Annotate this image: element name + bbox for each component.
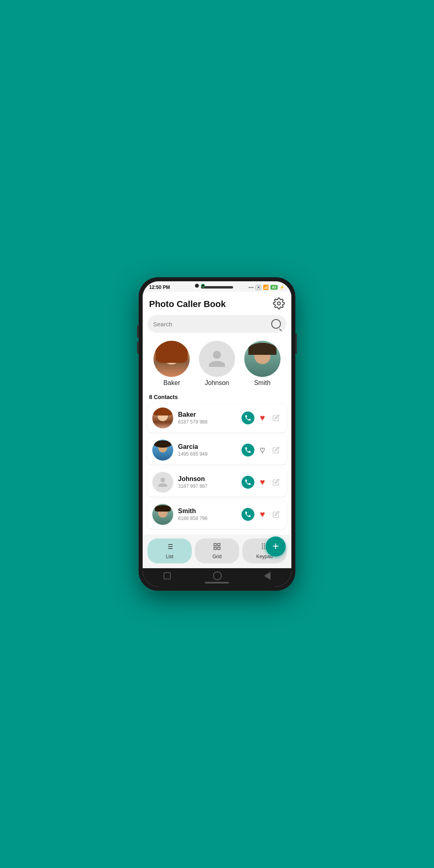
- x-icon: ✕: [256, 285, 261, 290]
- camera-right: [201, 284, 205, 288]
- plus-icon: +: [272, 540, 279, 552]
- contact-info-smith: Smith 6188 858 796: [178, 508, 242, 521]
- svg-point-0: [277, 302, 280, 305]
- home-pill: [205, 582, 229, 583]
- contact-name-johnson: Johnson: [178, 475, 242, 483]
- svg-rect-7: [214, 544, 217, 546]
- app-content: Photo Caller Book: [143, 292, 291, 568]
- featured-contacts-row: Baker Johnson Sm: [143, 338, 291, 391]
- baker-face-img: [154, 341, 190, 377]
- edit-icon-smith: [272, 511, 280, 518]
- home-bar: [143, 568, 291, 582]
- edit-button-smith[interactable]: [270, 509, 282, 520]
- tab-grid-label: Grid: [213, 554, 222, 559]
- phone-frame: 12:50 PM ••• ✕ 📶 93 ⚡ Photo Caller Book: [139, 277, 295, 591]
- favorite-button-baker[interactable]: ♥: [257, 412, 268, 424]
- battery-icon: 93: [270, 285, 278, 290]
- settings-button[interactable]: [273, 297, 285, 311]
- favorite-button-johnson[interactable]: ♥: [257, 477, 268, 488]
- edit-icon-baker: [272, 414, 280, 422]
- contact-item-baker: Baker 6187 579 988 ♥: [147, 403, 287, 432]
- featured-name-baker: Baker: [163, 379, 180, 387]
- contact-actions-garcia: ♥: [242, 444, 282, 457]
- contact-actions-baker: ♥: [242, 411, 282, 424]
- default-person-icon: [207, 349, 227, 369]
- svg-point-17: [262, 547, 263, 548]
- list-icon: [166, 542, 174, 553]
- contact-phone-baker: 6187 579 988: [178, 419, 242, 425]
- back-button[interactable]: [264, 572, 270, 580]
- edit-icon-garcia: [272, 446, 280, 454]
- search-icon: [271, 319, 281, 329]
- contact-name-garcia: Garcia: [178, 443, 242, 450]
- contact-phone-garcia: 1495 695 949: [178, 451, 242, 457]
- edit-button-baker[interactable]: [270, 412, 282, 424]
- search-bar[interactable]: [147, 315, 287, 333]
- contact-info-johnson: Johnson 3187 997 887: [178, 475, 242, 489]
- add-contact-fab[interactable]: +: [266, 536, 286, 557]
- tab-list[interactable]: List: [147, 538, 192, 563]
- svg-point-21: [264, 549, 265, 550]
- power-button[interactable]: [295, 334, 297, 354]
- phone-icon-baker: [244, 414, 252, 422]
- phone-screen: 12:50 PM ••• ✕ 📶 93 ⚡ Photo Caller Book: [143, 281, 291, 587]
- svg-rect-10: [218, 547, 220, 550]
- featured-contact-smith[interactable]: Smith: [244, 341, 280, 387]
- call-button-baker[interactable]: [242, 411, 254, 424]
- camera-left: [195, 284, 199, 288]
- volume-down-button[interactable]: [137, 342, 139, 354]
- contact-name-baker: Baker: [178, 411, 242, 418]
- featured-name-johnson: Johnson: [205, 379, 229, 387]
- contact-avatar-baker: [152, 407, 173, 428]
- bottom-pill-area: [143, 582, 291, 587]
- svg-point-12: [264, 543, 265, 545]
- featured-avatar-smith: [244, 341, 280, 377]
- app-title: Photo Caller Book: [149, 299, 226, 309]
- home-button[interactable]: [213, 571, 222, 580]
- app-header: Photo Caller Book: [143, 292, 291, 315]
- svg-point-20: [262, 549, 263, 550]
- recents-button[interactable]: [164, 572, 171, 579]
- contact-avatar-johnson: [152, 472, 173, 493]
- tab-list-label: List: [166, 554, 174, 559]
- svg-rect-8: [218, 544, 220, 546]
- search-input[interactable]: [153, 321, 271, 328]
- dots-icon: •••: [248, 285, 254, 290]
- featured-contact-johnson[interactable]: Johnson: [199, 341, 235, 387]
- speaker: [201, 286, 233, 289]
- svg-point-18: [264, 547, 265, 548]
- contact-name-smith: Smith: [178, 508, 242, 515]
- status-icons: ••• ✕ 📶 93 ⚡: [248, 285, 285, 290]
- svg-point-11: [262, 543, 263, 545]
- grid-icon: [213, 542, 221, 553]
- svg-point-14: [262, 545, 263, 546]
- contact-item-garcia: Garcia 1495 695 949 ♥: [147, 436, 287, 465]
- favorite-button-smith[interactable]: ♥: [257, 509, 268, 520]
- contact-item-smith: Smith 6188 858 796 ♥: [147, 500, 287, 529]
- edit-button-johnson[interactable]: [270, 477, 282, 488]
- featured-avatar-johnson: [199, 341, 235, 377]
- favorite-button-garcia[interactable]: ♥: [257, 444, 268, 456]
- smith-face-img: [244, 341, 280, 377]
- default-icon-johnson: [157, 477, 168, 488]
- edit-icon-johnson: [272, 479, 280, 486]
- call-button-smith[interactable]: [242, 508, 254, 521]
- edit-button-garcia[interactable]: [270, 444, 282, 456]
- contact-info-baker: Baker 6187 579 988: [178, 411, 242, 425]
- featured-name-smith: Smith: [254, 379, 270, 387]
- volume-up-button[interactable]: [137, 326, 139, 338]
- featured-contact-baker[interactable]: Baker: [154, 341, 190, 387]
- status-time: 12:50 PM: [149, 285, 170, 290]
- tab-grid[interactable]: Grid: [195, 538, 239, 563]
- phone-icon-garcia: [244, 446, 252, 454]
- contact-avatar-smith: [152, 504, 173, 525]
- contact-list: Baker 6187 579 988 ♥: [143, 403, 291, 534]
- call-button-johnson[interactable]: [242, 476, 254, 489]
- phone-icon-johnson: [244, 479, 252, 486]
- wifi-icon: 📶: [263, 285, 269, 290]
- featured-avatar-baker: [154, 341, 190, 377]
- phone-icon-smith: [244, 511, 252, 518]
- contact-phone-smith: 6188 858 796: [178, 516, 242, 521]
- contacts-count: 8 Contacts: [143, 391, 291, 403]
- call-button-garcia[interactable]: [242, 444, 254, 457]
